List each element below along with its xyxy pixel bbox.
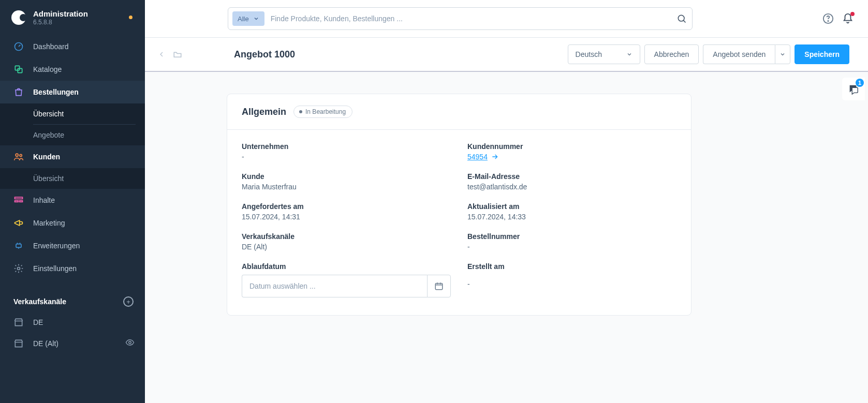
field-updated: Aktualisiert am 15.07.2024, 14:33 xyxy=(467,202,676,221)
sidebar-sublist-customers: Übersicht xyxy=(0,168,145,189)
scroll-area[interactable]: Allgemein In Bearbeitung Unternehmen - xyxy=(145,72,868,403)
sidebar-subitem-quotes[interactable]: Angebote xyxy=(0,125,145,145)
search-icon[interactable] xyxy=(676,13,687,24)
sidebar-item-label: Kunden xyxy=(33,153,60,161)
notifications-icon[interactable] xyxy=(842,13,854,24)
gear-icon xyxy=(13,263,24,274)
topbar-icons xyxy=(822,13,854,24)
save-button[interactable]: Speichern xyxy=(795,44,849,64)
expiry-date-input[interactable] xyxy=(242,275,427,297)
update-indicator-icon xyxy=(129,16,133,19)
chevron-down-icon xyxy=(779,51,786,57)
send-more-button[interactable] xyxy=(775,44,790,64)
sidebar-section-channels: Verkaufskanäle xyxy=(0,287,145,312)
channel-item-de-alt[interactable]: DE (Alt) xyxy=(0,333,145,354)
sidebar-item-label: Bestellungen xyxy=(33,88,79,96)
status-dot-icon xyxy=(299,110,302,113)
add-channel-button[interactable] xyxy=(123,296,134,307)
send-button[interactable]: Angebot senden xyxy=(703,44,775,64)
sidebar-subitem-overview[interactable]: Übersicht xyxy=(0,103,145,124)
layout-icon xyxy=(13,195,24,205)
sidebar-item-content[interactable]: Inhalte xyxy=(0,189,145,212)
app-title: Administration xyxy=(33,9,88,19)
sidebar-item-label: Dashboard xyxy=(33,42,69,51)
shopping-bag-icon xyxy=(13,87,24,97)
svg-rect-5 xyxy=(15,197,23,199)
customer-number-value: 54954 xyxy=(467,153,488,161)
field-label: Erstellt am xyxy=(467,262,676,271)
field-label: Aktualisiert am xyxy=(467,202,676,211)
sidebar-item-label: Kataloge xyxy=(33,65,62,73)
sidebar-item-catalogs[interactable]: Kataloge xyxy=(0,58,145,81)
field-value: 15.07.2024, 14:31 xyxy=(242,213,451,221)
search-input[interactable] xyxy=(271,14,676,23)
sidebar-sublist-orders: Übersicht Angebote xyxy=(0,103,145,145)
channel-label: DE (Alt) xyxy=(33,339,58,348)
field-label: Verkaufskanäle xyxy=(242,232,451,241)
send-split-button: Angebot senden xyxy=(703,44,790,64)
language-select-value: Deutsch xyxy=(576,50,602,58)
channel-item-de[interactable]: DE xyxy=(0,312,145,333)
field-value: - xyxy=(242,153,451,161)
field-requested: Angefordertes am 15.07.2024, 14:31 xyxy=(242,202,451,221)
search-type-dropdown[interactable]: Alle xyxy=(232,11,264,26)
field-label: Angefordertes am xyxy=(242,202,451,211)
main-nav: Dashboard Kataloge Bestellungen xyxy=(0,35,145,103)
field-customer: Kunde Maria Musterfrau xyxy=(242,172,451,191)
feedback-count: 1 xyxy=(856,79,864,87)
field-label: Kunde xyxy=(242,172,451,181)
chevron-down-icon xyxy=(253,16,259,22)
date-input-wrap xyxy=(242,275,451,297)
field-label: Ablaufdatum xyxy=(242,262,451,271)
sidebar-item-marketing[interactable]: Marketing xyxy=(0,212,145,234)
sidebar-item-dashboard[interactable]: Dashboard xyxy=(0,35,145,58)
svg-rect-7 xyxy=(20,201,23,202)
help-icon[interactable] xyxy=(822,13,834,24)
cancel-button[interactable]: Abbrechen xyxy=(644,44,699,64)
sidebar-item-label: Erweiterungen xyxy=(33,242,80,250)
main-nav-2: Kunden xyxy=(0,145,145,168)
date-picker-button[interactable] xyxy=(427,275,451,297)
sidebar-item-customers[interactable]: Kunden xyxy=(0,145,145,168)
status-label: In Bearbeitung xyxy=(305,108,346,115)
sidebar-item-orders[interactable]: Bestellungen xyxy=(0,81,145,103)
feedback-button[interactable]: 1 xyxy=(842,78,865,100)
customer-number-link[interactable]: 54954 xyxy=(467,153,499,161)
visibility-icon[interactable] xyxy=(125,338,135,349)
sidebar-channels-heading: Verkaufskanäle xyxy=(13,297,66,306)
svg-rect-6 xyxy=(15,201,19,202)
save-label: Speichern xyxy=(804,50,840,58)
sidebar-item-extensions[interactable]: Erweiterungen xyxy=(0,234,145,257)
field-expiry: Ablaufdatum xyxy=(242,262,451,297)
sidebar-subitem-customers-overview[interactable]: Übersicht xyxy=(0,168,145,189)
page-title: Angebot 1000 xyxy=(234,49,295,60)
overview-icon[interactable] xyxy=(173,50,182,59)
field-label: Bestellnummer xyxy=(467,232,676,241)
field-value: DE (Alt) xyxy=(242,243,451,251)
svg-point-4 xyxy=(20,154,22,156)
app-version: 6.5.8.8 xyxy=(33,19,88,26)
svg-rect-14 xyxy=(435,283,443,290)
send-label: Angebot senden xyxy=(713,50,766,58)
gauge-icon xyxy=(13,41,24,52)
notification-dot-icon xyxy=(850,12,855,16)
status-badge: In Bearbeitung xyxy=(293,106,352,118)
sidebar-subitem-label: Übersicht xyxy=(33,110,64,118)
sidebar-item-label: Marketing xyxy=(33,219,65,227)
channel-label: DE xyxy=(33,318,43,326)
global-search: Alle xyxy=(228,7,693,30)
sidebar-subitem-label: Angebote xyxy=(33,131,64,139)
header-actions: Deutsch Abbrechen Angebot senden Speiche… xyxy=(568,44,849,64)
field-company: Unternehmen - xyxy=(242,142,451,161)
field-channels: Verkaufskanäle DE (Alt) xyxy=(242,232,451,251)
back-button[interactable] xyxy=(157,50,166,58)
card-header: Allgemein In Bearbeitung xyxy=(227,94,691,129)
svg-point-9 xyxy=(18,267,20,270)
field-value: Maria Musterfrau xyxy=(242,183,451,191)
topbar: Alle xyxy=(145,0,868,38)
field-value: - xyxy=(467,243,676,251)
cancel-label: Abbrechen xyxy=(654,50,689,58)
svg-point-13 xyxy=(828,21,828,21)
language-select[interactable]: Deutsch xyxy=(568,44,640,64)
sidebar-item-settings[interactable]: Einstellungen xyxy=(0,257,145,280)
